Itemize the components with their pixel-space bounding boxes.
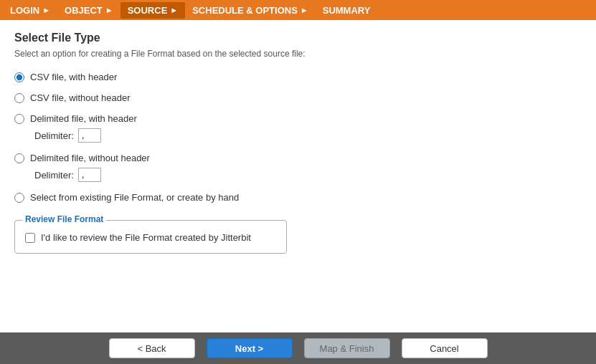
option-csv-header: CSV file, with header bbox=[14, 72, 582, 82]
option-csv-no-header: CSV file, without header bbox=[14, 92, 582, 103]
delimiter-label-no-header: Delimiter: bbox=[34, 170, 74, 181]
nav-label-login: LOGIN bbox=[10, 5, 39, 16]
page-subtitle: Select an option for creating a File For… bbox=[14, 49, 582, 59]
back-button[interactable]: < Back bbox=[109, 338, 195, 358]
radio-existing-format[interactable] bbox=[14, 193, 24, 203]
label-delimited-header[interactable]: Delimited file, with header bbox=[30, 113, 137, 124]
option-existing-format: Select from existing File Format, or cre… bbox=[14, 192, 582, 203]
main-content: Select File Type Select an option for cr… bbox=[0, 20, 596, 332]
nav-label-object: OBJECT bbox=[65, 5, 103, 16]
delimiter-label-header: Delimiter: bbox=[34, 130, 74, 141]
review-checkbox[interactable] bbox=[25, 233, 35, 243]
review-box-legend: Review File Format bbox=[22, 214, 106, 224]
cancel-button[interactable]: Cancel bbox=[402, 338, 488, 358]
nav-item-summary[interactable]: SUMMARY bbox=[316, 2, 378, 19]
label-csv-no-header[interactable]: CSV file, without header bbox=[30, 92, 130, 103]
nav-item-schedule[interactable]: SCHEDULE & OPTIONS► bbox=[185, 2, 316, 19]
radio-delimited-no-header[interactable] bbox=[14, 153, 24, 163]
nav-label-schedule: SCHEDULE & OPTIONS bbox=[192, 5, 298, 16]
nav-label-source: SOURCE bbox=[128, 5, 168, 16]
nav-arrow-schedule: ► bbox=[301, 6, 308, 14]
review-checkbox-row: I'd like to review the File Format creat… bbox=[25, 232, 276, 243]
nav-arrow-source: ► bbox=[170, 6, 178, 14]
review-checkbox-label[interactable]: I'd like to review the File Format creat… bbox=[41, 232, 251, 243]
nav-label-summary: SUMMARY bbox=[323, 5, 371, 16]
nav-arrow-login: ► bbox=[42, 6, 50, 14]
page-title: Select File Type bbox=[14, 32, 582, 44]
radio-csv-header[interactable] bbox=[14, 72, 24, 82]
map-finish-button: Map & Finish bbox=[304, 338, 390, 358]
radio-delimited-header[interactable] bbox=[14, 114, 24, 124]
nav-item-login[interactable]: LOGIN► bbox=[3, 2, 57, 19]
option-delimited-no-header: Delimited file, without header bbox=[14, 153, 582, 163]
nav-item-source[interactable]: SOURCE► bbox=[120, 2, 186, 19]
delimiter-row-header: Delimiter: bbox=[34, 128, 582, 143]
label-existing-format[interactable]: Select from existing File Format, or cre… bbox=[30, 192, 239, 203]
label-delimited-no-header[interactable]: Delimited file, without header bbox=[30, 153, 150, 163]
delimiter-input-no-header[interactable] bbox=[78, 168, 101, 182]
radio-csv-no-header[interactable] bbox=[14, 93, 24, 103]
option-delimited-header: Delimited file, with header bbox=[14, 113, 582, 124]
delimiter-input-header[interactable] bbox=[78, 128, 101, 143]
label-csv-header[interactable]: CSV file, with header bbox=[30, 72, 117, 82]
bottom-bar: < Back Next > Map & Finish Cancel bbox=[0, 332, 596, 364]
nav-bar: LOGIN► OBJECT► SOURCE► SCHEDULE & OPTION… bbox=[0, 0, 596, 20]
next-button[interactable]: Next > bbox=[207, 338, 293, 358]
delimiter-row-no-header: Delimiter: bbox=[34, 168, 582, 182]
nav-arrow-object: ► bbox=[105, 6, 113, 14]
nav-item-object[interactable]: OBJECT► bbox=[57, 2, 120, 19]
review-box: Review File Format I'd like to review th… bbox=[14, 220, 287, 254]
